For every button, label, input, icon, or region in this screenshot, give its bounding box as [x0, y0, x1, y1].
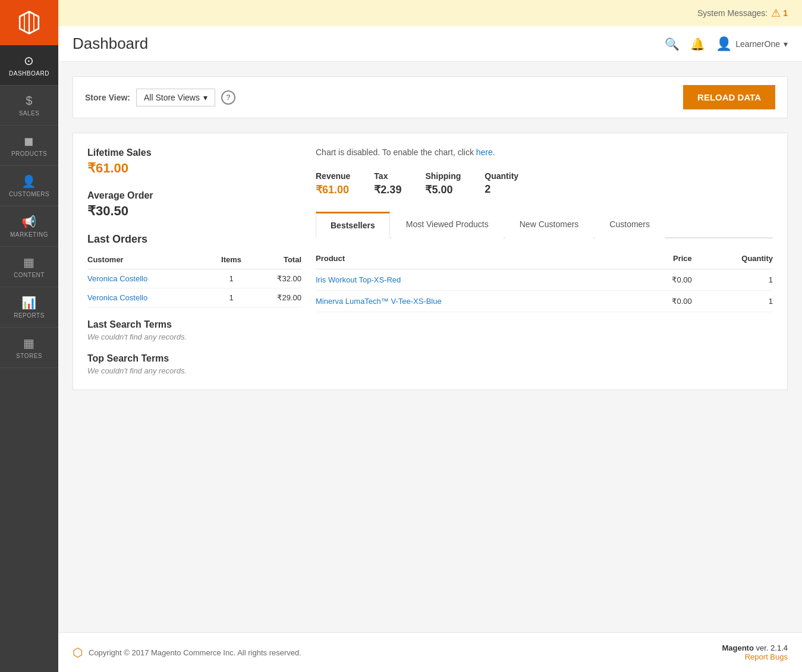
table-row: Veronica Costello 1 ₹32.00 [87, 269, 301, 288]
store-view-dropdown[interactable]: All Store Views ▾ [136, 89, 215, 106]
product-link[interactable]: Minerva LumaTech™ V-Tee-XS-Blue [316, 297, 442, 306]
sidebar-item-content[interactable]: ▦ CONTENT [0, 247, 58, 287]
stores-icon: ▦ [23, 336, 35, 350]
order-customer: Veronica Costello [87, 269, 210, 288]
sidebar-item-reports[interactable]: 📊 REPORTS [0, 287, 58, 328]
product-price: ₹0.00 [641, 291, 692, 312]
footer-report: Report Bugs [722, 652, 788, 661]
top-search-terms-title: Top Search Terms [87, 353, 301, 364]
tax-value: ₹2.39 [374, 183, 401, 196]
sidebar-item-sales[interactable]: $ SALES [0, 86, 58, 125]
store-view-left: Store View: All Store Views ▾ ? [85, 89, 235, 106]
sales-icon: $ [26, 94, 33, 108]
footer-left: ⬡ Copyright © 2017 Magento Commerce Inc.… [73, 645, 301, 660]
product-quantity: 1 [692, 269, 773, 291]
sidebar-item-stores[interactable]: ▦ STORES [0, 328, 58, 368]
sidebar-item-sales-label: SALES [19, 110, 40, 117]
product-name: Minerva LumaTech™ V-Tee-XS-Blue [316, 291, 641, 312]
tabs-header: Bestsellers Most Viewed Products New Cus… [316, 211, 773, 238]
customers-icon: 👤 [21, 174, 37, 189]
last-orders-title: Last Orders [87, 233, 301, 246]
tab-most-viewed[interactable]: Most Viewed Products [391, 212, 504, 238]
table-row: Iris Workout Top-XS-Red ₹0.00 1 [316, 269, 773, 291]
revenue-stats: Revenue ₹61.00 Tax ₹2.39 Shipping ₹5.00 … [316, 171, 773, 196]
tab-new-customers[interactable]: New Customers [505, 212, 594, 238]
tax-label: Tax [374, 171, 401, 181]
last-search-terms-title: Last Search Terms [87, 319, 301, 330]
reload-data-button[interactable]: Reload Data [683, 85, 775, 109]
product-name: Iris Workout Top-XS-Red [316, 269, 641, 291]
tab-bestsellers[interactable]: Bestsellers [316, 212, 390, 238]
order-items: 1 [210, 288, 252, 307]
store-view-selected: All Store Views [144, 93, 200, 102]
footer-version: Magento ver. 2.1.4 [722, 643, 788, 652]
search-icon[interactable]: 🔍 [665, 37, 680, 51]
store-view-label: Store View: [85, 93, 130, 102]
sidebar-item-customers[interactable]: 👤 CUSTOMERS [0, 166, 58, 206]
marketing-icon: 📢 [21, 215, 37, 229]
footer-logo-icon: ⬡ [73, 645, 83, 660]
lifetime-sales-value: ₹61.00 [87, 161, 301, 176]
sidebar-item-stores-label: STORES [16, 353, 42, 359]
quantity-value: 2 [485, 183, 518, 196]
orders-col-total: Total [252, 253, 301, 269]
chart-notice: Chart is disabled. To enable the chart, … [316, 147, 773, 157]
orders-table: Customer Items Total Veronica Costello 1… [87, 253, 301, 307]
average-order-label: Average Order [87, 190, 301, 201]
average-order-value: ₹30.50 [87, 203, 301, 219]
quantity-stat: Quantity 2 [485, 171, 518, 196]
shipping-stat: Shipping ₹5.00 [425, 171, 461, 196]
last-orders-section: Last Orders Customer Items Total Veronic… [87, 233, 301, 307]
user-avatar-icon: 👤 [716, 36, 732, 52]
product-quantity: 1 [692, 291, 773, 312]
user-menu[interactable]: 👤 LearnerOne ▾ [716, 36, 788, 52]
orders-col-items: Items [210, 253, 252, 269]
product-link[interactable]: Iris Workout Top-XS-Red [316, 275, 401, 284]
tax-stat: Tax ₹2.39 [374, 171, 401, 196]
orders-col-customer: Customer [87, 253, 210, 269]
average-order-block: Average Order ₹30.50 [87, 190, 301, 219]
revenue-value: ₹61.00 [316, 183, 350, 196]
footer: ⬡ Copyright © 2017 Magento Commerce Inc.… [58, 632, 802, 672]
customer-link[interactable]: Veronica Costello [87, 293, 147, 302]
sidebar-item-dashboard-label: DASHBOARD [9, 70, 49, 77]
sidebar-item-dashboard[interactable]: ⊙ DASHBOARD [0, 45, 58, 86]
header-actions: 🔍 🔔 👤 LearnerOne ▾ [665, 36, 788, 52]
shipping-value: ₹5.00 [425, 183, 461, 196]
user-menu-chevron-icon: ▾ [784, 39, 788, 49]
quantity-label: Quantity [485, 171, 518, 181]
products-col-quantity: Quantity [692, 250, 773, 269]
help-icon[interactable]: ? [221, 90, 235, 105]
products-table: Product Price Quantity Iris Workout Top-… [316, 250, 773, 312]
user-name: LearnerOne [735, 39, 780, 49]
revenue-label: Revenue [316, 171, 350, 181]
order-items: 1 [210, 269, 252, 288]
footer-right: Magento ver. 2.1.4 Report Bugs [722, 643, 788, 661]
customer-link[interactable]: Veronica Costello [87, 274, 147, 283]
content-area: Store View: All Store Views ▾ ? Reload D… [58, 62, 802, 632]
footer-version-label: Magento [722, 643, 753, 652]
page-title: Dashboard [73, 34, 148, 53]
chart-enable-link[interactable]: here [476, 147, 493, 157]
notifications-icon[interactable]: 🔔 [690, 37, 705, 51]
tab-content-bestsellers: Product Price Quantity Iris Workout Top-… [316, 238, 773, 324]
sidebar-item-products-label: PRODUCTS [11, 150, 47, 157]
store-view-bar: Store View: All Store Views ▾ ? Reload D… [73, 76, 788, 118]
product-price: ₹0.00 [641, 269, 692, 291]
sidebar-item-content-label: CONTENT [14, 272, 45, 278]
top-search-terms-empty: We couldn't find any records. [87, 366, 301, 375]
dashboard-grid: Lifetime Sales ₹61.00 Average Order ₹30.… [73, 133, 788, 390]
sidebar-item-marketing[interactable]: 📢 MARKETING [0, 206, 58, 247]
tab-customers[interactable]: Customers [595, 212, 665, 238]
lifetime-sales-block: Lifetime Sales ₹61.00 [87, 147, 301, 176]
sidebar-item-customers-label: CUSTOMERS [9, 191, 49, 197]
products-icon: ◼ [24, 134, 34, 148]
last-search-terms-section: Last Search Terms We couldn't find any r… [87, 319, 301, 341]
sidebar-item-products[interactable]: ◼ PRODUCTS [0, 125, 58, 166]
system-messages-count: 1 [783, 8, 788, 18]
sidebar-logo[interactable] [0, 0, 58, 45]
table-row: Minerva LumaTech™ V-Tee-XS-Blue ₹0.00 1 [316, 291, 773, 312]
top-header: Dashboard 🔍 🔔 👤 LearnerOne ▾ [58, 26, 802, 62]
order-customer: Veronica Costello [87, 288, 210, 307]
report-bugs-link[interactable]: Report Bugs [745, 652, 788, 661]
